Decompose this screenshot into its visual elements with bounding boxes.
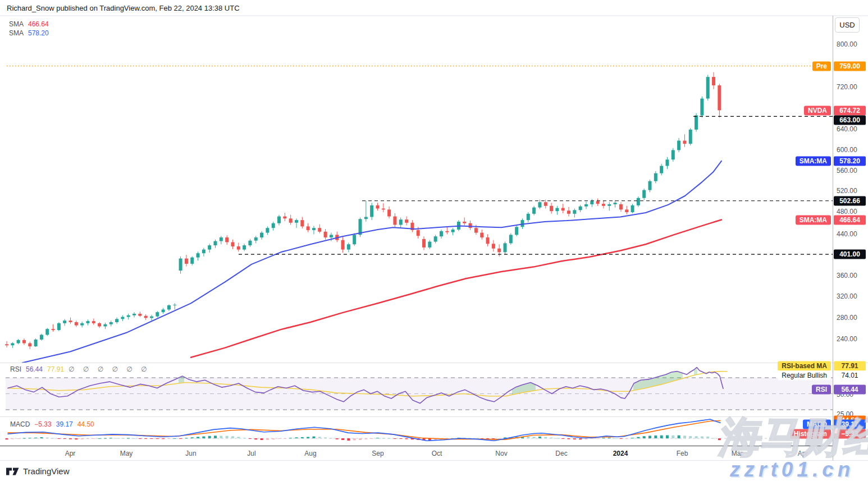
macd-badge-value-histogram: −5.33 — [834, 429, 866, 439]
price-badge-value-premarket: 759.00 — [834, 62, 866, 71]
macd-badge-label-macd: MACD — [803, 420, 831, 429]
time-tick-jun: Jun — [185, 450, 196, 457]
macd-badge-value-macd: 39.17 — [834, 420, 866, 429]
time-tick-apr: Apr — [65, 450, 76, 457]
macd-signal-value: 44.50 — [77, 420, 94, 428]
time-tick-oct: Oct — [432, 450, 442, 457]
price-tick-label: 800.00 — [837, 40, 857, 48]
rsi-band — [6, 378, 833, 410]
rsi-ma-value: 77.91 — [47, 365, 64, 373]
sma-50-line — [22, 161, 721, 363]
sma-200-line — [191, 220, 721, 358]
rsi-empty-params: ∅ ∅ ∅ ∅ ∅ ∅ — [68, 365, 150, 373]
sma-50-value: 578.20 — [28, 29, 49, 37]
macd-legend[interactable]: MACD−5.3339.1744.50 — [10, 420, 99, 428]
price-badge-value-sma50: 578.20 — [834, 157, 866, 166]
rsi-badge-label-rsi: RSI — [812, 385, 831, 395]
sma-200-legend-row[interactable]: SMA466.64 — [9, 20, 49, 29]
price-tick-label: 560.00 — [837, 167, 857, 175]
sma-50-legend-row[interactable]: SMA578.20 — [9, 29, 49, 38]
time-tick-dec: Dec — [555, 450, 567, 457]
price-tick-label: 600.00 — [837, 146, 857, 154]
time-tick-feb: Feb — [677, 450, 688, 457]
rsi-value: 56.44 — [26, 365, 43, 373]
time-tick-may: May — [120, 450, 133, 457]
time-tick-aug: Aug — [304, 450, 316, 457]
price-badge-value-level-502: 502.66 — [834, 196, 866, 206]
price-badge-value-level-401: 401.00 — [834, 250, 866, 259]
rsi-legend[interactable]: RSI56.4477.91∅ ∅ ∅ ∅ ∅ ∅ — [10, 365, 154, 373]
time-tick-mar: Mar — [732, 450, 743, 457]
price-badge-label-symbol-price: NVDA — [804, 106, 831, 116]
price-badge-value-symbol-price: 674.72 — [834, 106, 866, 116]
time-tick-nov: Nov — [495, 450, 507, 457]
sma-legend[interactable]: SMA466.64 SMA578.20 — [9, 20, 49, 38]
tradingview-logo-icon — [6, 467, 19, 476]
tradingview-chart-widget: Richard_Snow published on TradingView.co… — [0, 0, 868, 481]
macd-badge-label-histogram: Histogram — [790, 429, 831, 439]
time-tick-jul: Jul — [247, 450, 255, 457]
tradingview-brand-text: TradingView — [23, 466, 70, 476]
chart-plot-area[interactable] — [0, 0, 868, 481]
sma-label: SMA — [9, 20, 24, 28]
sma-200-value: 466.64 — [28, 20, 49, 28]
price-badge-label-sma200: SMA:MA — [796, 216, 831, 225]
rsi-badge-label-divergence: Regular Bullish — [778, 371, 831, 381]
macd-line-value: 39.17 — [56, 420, 73, 428]
time-tick-2024: 2024 — [613, 450, 628, 457]
price-badge-label-sma50: SMA:MA — [796, 157, 831, 166]
macd-hist-value: −5.33 — [34, 420, 51, 428]
price-tick-label: 520.00 — [837, 187, 857, 195]
rsi-badge-label-rsi-ma: RSI-based MA — [778, 361, 831, 371]
price-tick-label: 240.00 — [837, 335, 857, 343]
sma-label: SMA — [9, 29, 24, 37]
rsi-badge-value-divergence: 74.01 — [834, 371, 866, 381]
macd-main-line — [8, 419, 720, 441]
time-tick-sep: Sep — [372, 450, 383, 457]
byline: Richard_Snow published on TradingView.co… — [7, 4, 240, 12]
price-badge-value-level-663: 663.00 — [834, 116, 866, 125]
macd-legend-label: MACD — [10, 420, 30, 428]
price-tick-label: 480.00 — [837, 208, 857, 216]
price-tick-label: 360.00 — [837, 272, 857, 280]
price-badge-value-sma200: 466.64 — [834, 216, 866, 225]
price-levels — [239, 116, 833, 254]
price-tick-label: 280.00 — [837, 314, 857, 322]
tradingview-branding[interactable]: TradingView — [6, 466, 70, 476]
rsi-badge-value-rsi-ma: 77.91 — [834, 361, 866, 371]
price-tick-label: 440.00 — [837, 230, 857, 238]
price-tick-label: 640.00 — [837, 125, 857, 133]
rsi-badge-value-rsi: 56.44 — [834, 385, 866, 395]
currency-button[interactable]: USD — [835, 17, 860, 33]
price-badge-label-premarket: Pre — [812, 62, 831, 71]
rsi-legend-label: RSI — [10, 365, 21, 373]
price-tick-label: 720.00 — [837, 83, 857, 91]
time-tick-apr: Apr — [798, 450, 808, 457]
price-tick-label: 320.00 — [837, 292, 857, 300]
